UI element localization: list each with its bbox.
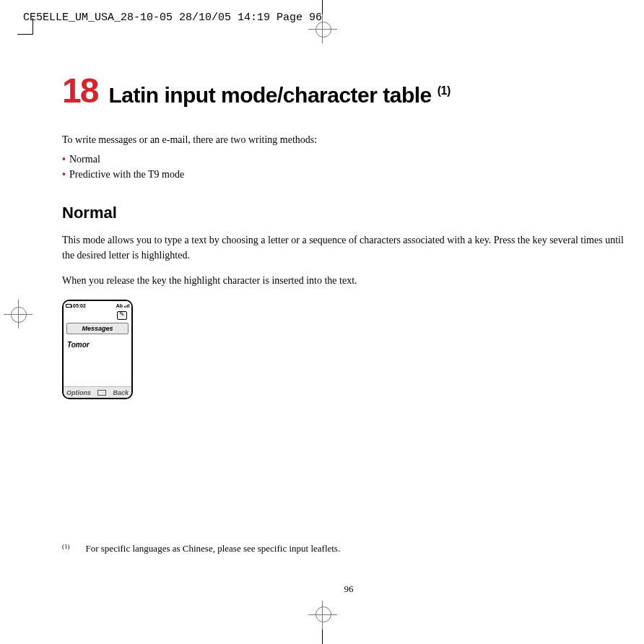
chapter-number: 18 — [62, 71, 97, 110]
phone-screenshot: 05:02 Ab Messages Tomor Options Back — [62, 300, 133, 399]
phone-text-area: Tomor — [64, 336, 131, 386]
page-number: 96 — [62, 583, 635, 595]
phone-softkeys: Options Back — [64, 386, 131, 398]
footnote-marker: (1) — [62, 543, 70, 554]
intro-text: To write messages or an e-mail, there ar… — [62, 132, 635, 147]
left-softkey: Options — [66, 389, 91, 396]
crop-mark-corner-h — [17, 34, 33, 35]
crop-mark-corner-v — [32, 18, 33, 34]
bullet-predictive: Predictive with the T9 mode — [62, 167, 635, 182]
crop-mark-top — [308, 0, 337, 43]
chapter-title-footnote-ref: (1) — [438, 84, 451, 97]
phone-screen-title: Messages — [66, 323, 129, 334]
para-1: This mode allows you to type a text by c… — [62, 232, 635, 263]
phone-status-bar: 05:02 Ab — [64, 301, 131, 310]
chapter-heading: 18 Latin input mode/character table (1) — [62, 71, 635, 110]
section-heading-normal: Normal — [62, 204, 635, 222]
status-time: 05:02 — [73, 303, 86, 308]
footnote: (1) For specific languages as Chinese, p… — [62, 543, 340, 554]
chapter-title-text: Latin input mode/character table — [108, 83, 431, 107]
print-header: CE5ELLE_UM_USA_28-10-05 28/10/05 14:19 P… — [23, 12, 322, 24]
para-2: When you release the key the highlight c… — [62, 273, 635, 288]
typed-text: Tomor — [67, 341, 90, 349]
status-left: 05:02 — [66, 303, 86, 308]
status-right: Ab — [116, 303, 129, 308]
input-mode-indicator: Ab — [116, 303, 123, 308]
phone-icon-row — [64, 310, 131, 321]
bullet-normal: Normal — [62, 152, 635, 167]
right-softkey: Back — [113, 389, 129, 396]
signal-icon — [124, 304, 129, 308]
battery-icon — [66, 304, 71, 308]
center-softkey-icon — [97, 390, 106, 396]
crop-mark-left — [0, 300, 29, 328]
footnote-text: For specific languages as Chinese, pleas… — [86, 543, 341, 554]
crop-mark-bottom — [308, 601, 337, 644]
chapter-title: Latin input mode/character table (1) — [108, 83, 450, 108]
page-content: 18 Latin input mode/character table (1) … — [62, 43, 635, 601]
bullet-list: Normal Predictive with the T9 mode — [62, 152, 635, 182]
compose-icon — [117, 311, 127, 320]
